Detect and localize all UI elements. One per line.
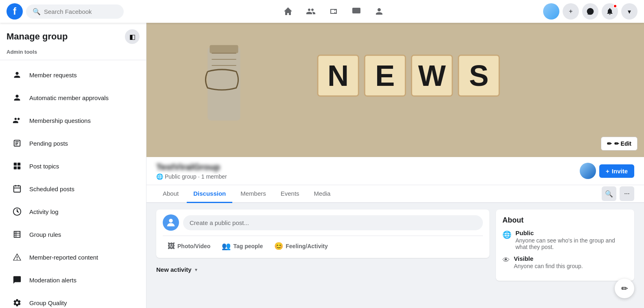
video-nav-button[interactable] bbox=[324, 2, 343, 21]
sidebar: Manage group ◧ Admin tools Member reques… bbox=[0, 23, 146, 308]
reported-content-icon bbox=[10, 250, 24, 264]
group-quality-label: Group Quality bbox=[29, 299, 67, 306]
auto-approvals-label: Automatic member approvals bbox=[29, 94, 109, 101]
pending-posts-icon bbox=[10, 136, 24, 151]
svg-rect-3 bbox=[17, 163, 20, 166]
feeling-activity-button[interactable]: 😊 Feeling/Activity bbox=[269, 239, 332, 253]
friends-nav-button[interactable] bbox=[301, 2, 321, 21]
activity-log-icon bbox=[10, 204, 24, 219]
auto-approvals-icon bbox=[10, 90, 24, 105]
about-title: About bbox=[502, 216, 628, 225]
tag-people-label: Tag people bbox=[233, 243, 263, 249]
moderation-alerts-icon bbox=[10, 273, 24, 287]
globe-icon: 🌐 bbox=[156, 173, 163, 180]
invite-label: Invite bbox=[612, 168, 628, 175]
photo-video-button[interactable]: 🖼 Photo/Video bbox=[163, 240, 215, 253]
public-icon: 🌐 bbox=[502, 230, 511, 239]
group-actions: + Invite bbox=[580, 163, 634, 179]
sidebar-item-membership-questions[interactable]: Membership questions bbox=[3, 109, 143, 132]
public-title: Public bbox=[515, 229, 628, 236]
search-icon: 🔍 bbox=[33, 8, 41, 15]
edit-label: ✏ Edit bbox=[614, 140, 631, 147]
tag-people-button[interactable]: 👥 Tag people bbox=[217, 239, 268, 253]
sidebar-item-group-rules[interactable]: Group rules bbox=[3, 223, 143, 246]
search-bar[interactable]: 🔍 bbox=[26, 4, 124, 19]
sidebar-item-activity-log[interactable]: Activity log bbox=[3, 200, 143, 223]
marketplace-nav-button[interactable] bbox=[347, 2, 366, 21]
reported-content-label: Member-reported content bbox=[29, 254, 98, 261]
photo-video-label: Photo/Video bbox=[177, 243, 210, 249]
svg-rect-0 bbox=[352, 8, 360, 13]
compose-icon: ✏ bbox=[621, 284, 628, 293]
sidebar-collapse-button[interactable]: ◧ bbox=[125, 29, 140, 44]
svg-rect-4 bbox=[14, 166, 17, 169]
more-button[interactable]: ▾ bbox=[621, 3, 637, 20]
about-item-public: 🌐 Public Anyone can see who's in the gro… bbox=[502, 229, 628, 250]
member-requests-icon bbox=[10, 68, 24, 82]
invite-icon: + bbox=[606, 168, 609, 175]
search-tab-button[interactable]: 🔍 bbox=[602, 186, 616, 201]
cover-image-container: N E W S ✏ ✏ Edit bbox=[146, 23, 644, 157]
edit-cover-button[interactable]: ✏ ✏ Edit bbox=[601, 137, 637, 151]
top-nav: f 🔍 + ▾ bbox=[0, 0, 644, 23]
post-avatar bbox=[163, 214, 179, 231]
sidebar-item-scheduled-posts[interactable]: Scheduled posts bbox=[3, 177, 143, 200]
sidebar-item-group-quality[interactable]: Group Quality bbox=[3, 291, 143, 308]
svg-rect-10 bbox=[207, 47, 240, 120]
activity-chevron: ▾ bbox=[195, 267, 197, 273]
post-box-actions: 🖼 Photo/Video 👥 Tag people 😊 Feeling/Act… bbox=[163, 236, 483, 253]
add-button[interactable]: + bbox=[563, 3, 579, 20]
sidebar-item-post-topics[interactable]: Post topics bbox=[3, 155, 143, 177]
group-info-bar: TestViralGroup 🌐 Public group · 1 member… bbox=[146, 157, 644, 185]
search-input[interactable] bbox=[44, 8, 117, 15]
sidebar-item-moderation-alerts[interactable]: Moderation alerts bbox=[3, 269, 143, 291]
tag-people-icon: 👥 bbox=[222, 242, 231, 251]
svg-text:S: S bbox=[469, 59, 489, 92]
home-nav-button[interactable] bbox=[278, 2, 298, 21]
scheduled-posts-label: Scheduled posts bbox=[29, 186, 74, 192]
visible-icon: 👁 bbox=[502, 256, 510, 264]
group-visibility: Public group bbox=[165, 173, 196, 180]
photo-video-icon: 🖼 bbox=[168, 242, 175, 251]
post-topics-label: Post topics bbox=[29, 163, 59, 170]
post-input[interactable]: Create a public post... bbox=[183, 215, 483, 230]
feed-column: Create a public post... 🖼 Photo/Video 👥 … bbox=[156, 210, 489, 281]
svg-point-24 bbox=[169, 219, 172, 223]
groups-nav-button[interactable] bbox=[369, 2, 389, 21]
user-avatar[interactable] bbox=[543, 3, 559, 20]
more-tab-button[interactable]: ··· bbox=[620, 186, 634, 201]
membership-questions-label: Membership questions bbox=[29, 117, 91, 124]
svg-rect-6 bbox=[14, 186, 21, 192]
group-tabs: About Discussion Members Events Media 🔍 … bbox=[146, 185, 644, 203]
messenger-button[interactable] bbox=[582, 3, 598, 20]
tab-members[interactable]: Members bbox=[234, 185, 273, 203]
about-item-public-text: Public Anyone can see who's in the group… bbox=[515, 229, 628, 250]
admin-tools-label: Admin tools bbox=[0, 47, 146, 57]
sidebar-title: Manage group bbox=[7, 31, 68, 42]
edit-icon: ✏ bbox=[607, 140, 612, 147]
group-name: TestViralGroup bbox=[156, 162, 227, 173]
sidebar-item-reported-content[interactable]: Member-reported content bbox=[3, 246, 143, 269]
post-box-top: Create a public post... bbox=[163, 214, 483, 231]
about-item-visible: 👁 Visible Anyone can find this group. bbox=[502, 255, 628, 269]
sidebar-item-member-requests[interactable]: Member requests bbox=[3, 63, 143, 86]
notifications-button[interactable] bbox=[602, 3, 618, 20]
compose-button[interactable]: ✏ bbox=[615, 279, 634, 298]
group-member-count: 1 member bbox=[201, 173, 227, 180]
public-desc: Anyone can see who's in the group and wh… bbox=[515, 237, 628, 250]
tab-events[interactable]: Events bbox=[274, 185, 306, 203]
invite-button[interactable]: + Invite bbox=[599, 164, 634, 178]
feeling-label: Feeling/Activity bbox=[286, 243, 327, 249]
scheduled-posts-icon bbox=[10, 181, 24, 196]
tab-discussion[interactable]: Discussion bbox=[187, 185, 232, 203]
nav-right: + ▾ bbox=[543, 3, 637, 20]
svg-rect-2 bbox=[14, 163, 17, 166]
svg-text:W: W bbox=[418, 59, 446, 92]
svg-text:E: E bbox=[375, 59, 395, 92]
sidebar-item-auto-approvals[interactable]: Automatic member approvals bbox=[3, 86, 143, 109]
main-content: Create a public post... 🖼 Photo/Video 👥 … bbox=[146, 203, 644, 287]
sidebar-item-pending-posts[interactable]: Pending posts bbox=[3, 132, 143, 155]
sidebar-header: Manage group ◧ bbox=[0, 29, 146, 47]
tab-media[interactable]: Media bbox=[308, 185, 337, 203]
tab-about[interactable]: About bbox=[156, 185, 185, 203]
